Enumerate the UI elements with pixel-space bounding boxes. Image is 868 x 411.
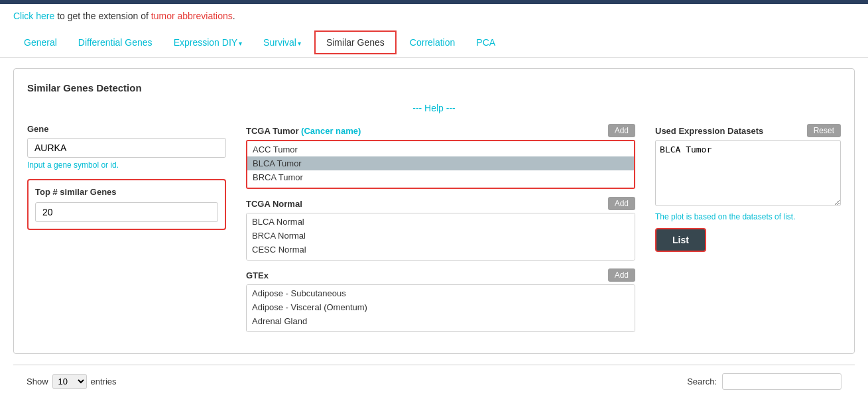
list-item[interactable]: BLCA Tumor [247,156,634,170]
used-datasets-column: Used Expression Datasets Reset BLCA Tumo… [655,124,841,252]
tcga-tumor-listbox[interactable]: ACC Tumor BLCA Tumor BRCA Tumor [247,141,634,188]
nav-item-correlation[interactable]: Correlation [399,29,465,56]
search-area: Search: [687,373,841,390]
datasets-column: TCGA Tumor (Cancer name) Add ACC Tumor B… [246,124,635,340]
top-similar-input[interactable] [35,202,218,222]
gtex-listbox-wrapper: Adipose - Subcutaneous Adipose - Viscera… [246,284,635,332]
nav-item-survival[interactable]: Survival▾ [253,29,312,56]
entries-label: entries [91,377,117,386]
tumor-abbr-text: tumor abbreviations [151,11,233,21]
tcga-tumor-section: TCGA Tumor (Cancer name) Add ACC Tumor B… [246,124,635,189]
expression-dropdown-arrow: ▾ [239,40,242,47]
bottom-bar: Show 10 25 50 100 entries Search: [13,365,855,398]
gtex-title: GTEx [246,270,269,280]
gene-hint: Input a gene symbol or id. [27,160,226,170]
tcga-normal-section: TCGA Normal Add BLCA Normal BRCA Normal … [246,197,635,261]
top-similar-box: Top # similar Genes [27,179,226,230]
list-item[interactable]: Adipose - Subcutaneous [247,286,635,300]
nav-item-pca[interactable]: PCA [465,29,506,56]
tcga-normal-add-button[interactable]: Add [608,197,635,210]
nav-item-general[interactable]: General [13,29,68,56]
search-input[interactable] [722,373,841,390]
list-item[interactable]: Adipose - Visceral (Omentum) [247,300,635,314]
used-datasets-header: Used Expression Datasets Reset [655,124,841,137]
list-item[interactable]: Adrenal Gland [247,314,635,328]
form-layout: Gene Input a gene symbol or id. Top # si… [27,124,841,340]
nav-item-expression[interactable]: Expression DIY▾ [163,29,253,56]
show-label: Show [27,377,48,386]
list-button[interactable]: List [655,228,706,252]
section-title: Similar Genes Detection [27,82,841,93]
list-item[interactable]: Bladder [247,328,635,331]
click-here-link[interactable]: Click here [13,11,54,21]
gene-column: Gene Input a gene symbol or id. Top # si… [27,124,226,230]
gtex-header: GTEx Add [246,268,635,282]
top-similar-label: Top # similar Genes [35,187,218,197]
tcga-normal-header: TCGA Normal Add [246,197,635,210]
tcga-normal-listbox-wrapper: BLCA Normal BRCA Normal CESC Normal [246,213,635,261]
help-text[interactable]: --- Help --- [27,103,841,113]
entries-select[interactable]: 10 25 50 100 [52,374,87,389]
nav-item-differential[interactable]: Differential Genes [68,29,163,56]
tcga-normal-title: TCGA Normal [246,199,302,209]
used-datasets-title: Used Expression Datasets [655,126,763,136]
show-entries: Show 10 25 50 100 entries [27,374,117,389]
gtex-add-button[interactable]: Add [608,268,635,282]
used-datasets-textarea[interactable]: BLCA Tumor [655,140,841,206]
tcga-normal-listbox[interactable]: BLCA Normal BRCA Normal CESC Normal [247,213,635,260]
header-notice: Click here to get the extension of tumor… [0,4,868,28]
survival-dropdown-arrow: ▾ [298,40,301,47]
list-item[interactable]: ACC Tumor [247,143,634,156]
similar-genes-section: Similar Genes Detection --- Help --- Gen… [13,68,855,354]
gene-label: Gene [27,124,226,134]
list-item[interactable]: CESC Normal [247,243,635,257]
tcga-tumor-add-button[interactable]: Add [608,124,635,137]
gene-input[interactable] [27,138,226,158]
tcga-tumor-listbox-wrapper: ACC Tumor BLCA Tumor BRCA Tumor [246,140,635,189]
list-item[interactable]: BRCA Tumor [247,170,634,184]
main-nav: General Differential Genes Expression DI… [0,28,868,58]
nav-item-similar-genes[interactable]: Similar Genes [314,30,397,54]
main-content: Similar Genes Detection --- Help --- Gen… [0,58,868,408]
gtex-section: GTEx Add Adipose - Subcutaneous Adipose … [246,268,635,332]
list-item[interactable]: BLCA Normal [247,215,635,229]
search-label: Search: [687,377,717,386]
gtex-listbox[interactable]: Adipose - Subcutaneous Adipose - Viscera… [247,285,635,331]
tcga-tumor-title: TCGA Tumor (Cancer name) [246,126,361,136]
list-item[interactable]: BRCA Normal [247,229,635,243]
plot-note: The plot is based on the datasets of lis… [655,212,841,221]
tcga-tumor-header: TCGA Tumor (Cancer name) Add [246,124,635,137]
reset-button[interactable]: Reset [807,124,841,137]
